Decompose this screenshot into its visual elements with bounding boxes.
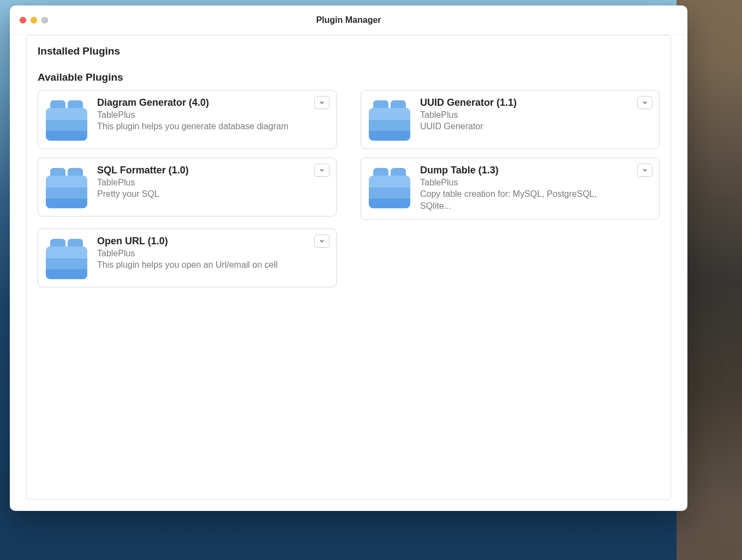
plugin-card-dump-table[interactable]: Dump Table (1.3) TablePlus Copy table cr… [361, 158, 660, 220]
plugin-info: Diagram Generator (4.0) TablePlus This p… [97, 97, 328, 133]
plugin-author: TablePlus [420, 110, 630, 120]
chevron-down-icon [319, 167, 325, 173]
plugin-card-sql-formatter[interactable]: SQL Formatter (1.0) TablePlus Pretty you… [38, 158, 337, 216]
plugin-description: Copy table creation for: MySQL, PostgreS… [420, 188, 630, 212]
titlebar: Plugin Manager [10, 5, 687, 35]
plugin-author: TablePlus [97, 249, 307, 258]
plugin-description: UUID Generator [420, 121, 630, 133]
traffic-lights [20, 17, 48, 23]
plugin-title: SQL Formatter (1.0) [97, 165, 307, 176]
plugin-info: Open URL (1.0) TablePlus This plugin hel… [97, 236, 328, 271]
chevron-down-icon [319, 238, 325, 244]
plugin-author: TablePlus [97, 110, 307, 120]
available-plugins-heading: Available Plugins [38, 71, 660, 83]
plugin-card-diagram-generator[interactable]: Diagram Generator (4.0) TablePlus This p… [38, 90, 337, 149]
chevron-down-icon [642, 167, 648, 173]
minimize-button[interactable] [31, 17, 37, 23]
plugin-description: Pretty your SQL [97, 188, 307, 200]
plugin-manager-window: Plugin Manager Installed Plugins Availab… [10, 5, 687, 511]
plugin-actions-dropdown[interactable] [637, 164, 653, 177]
plugin-author: TablePlus [97, 178, 307, 188]
window-title: Plugin Manager [10, 15, 687, 25]
plugin-title: UUID Generator (1.1) [420, 97, 630, 109]
plugin-actions-dropdown[interactable] [637, 96, 653, 109]
plugin-description: This plugin helps you generate database … [97, 121, 307, 133]
chevron-down-icon [642, 99, 648, 106]
maximize-button[interactable] [41, 17, 48, 23]
installed-plugins-heading: Installed Plugins [38, 45, 660, 57]
plugin-info: SQL Formatter (1.0) TablePlus Pretty you… [97, 165, 328, 200]
plugin-info: UUID Generator (1.1) TablePlus UUID Gene… [420, 97, 651, 133]
plugin-brick-icon [369, 167, 410, 208]
plugin-brick-icon [369, 99, 410, 141]
plugin-title: Open URL (1.0) [97, 236, 307, 247]
content-panel: Installed Plugins Available Plugins Diag… [26, 35, 671, 500]
plugin-title: Diagram Generator (4.0) [97, 97, 307, 109]
plugin-author: TablePlus [420, 178, 630, 188]
plugin-actions-dropdown[interactable] [314, 96, 330, 109]
plugin-brick-icon [46, 238, 87, 279]
close-button[interactable] [20, 17, 26, 23]
plugin-info: Dump Table (1.3) TablePlus Copy table cr… [420, 165, 651, 212]
plugin-card-uuid-generator[interactable]: UUID Generator (1.1) TablePlus UUID Gene… [361, 90, 660, 149]
plugin-grid: Diagram Generator (4.0) TablePlus This p… [38, 90, 660, 287]
plugin-brick-icon [46, 167, 87, 208]
content-area: Installed Plugins Available Plugins Diag… [10, 35, 687, 511]
chevron-down-icon [319, 99, 325, 106]
plugin-actions-dropdown[interactable] [314, 164, 330, 177]
plugin-description: This plugin helps you open an Url/email … [97, 259, 307, 271]
plugin-brick-icon [46, 99, 87, 141]
plugin-actions-dropdown[interactable] [314, 234, 330, 248]
plugin-card-open-url[interactable]: Open URL (1.0) TablePlus This plugin hel… [38, 228, 337, 287]
plugin-title: Dump Table (1.3) [420, 165, 630, 176]
